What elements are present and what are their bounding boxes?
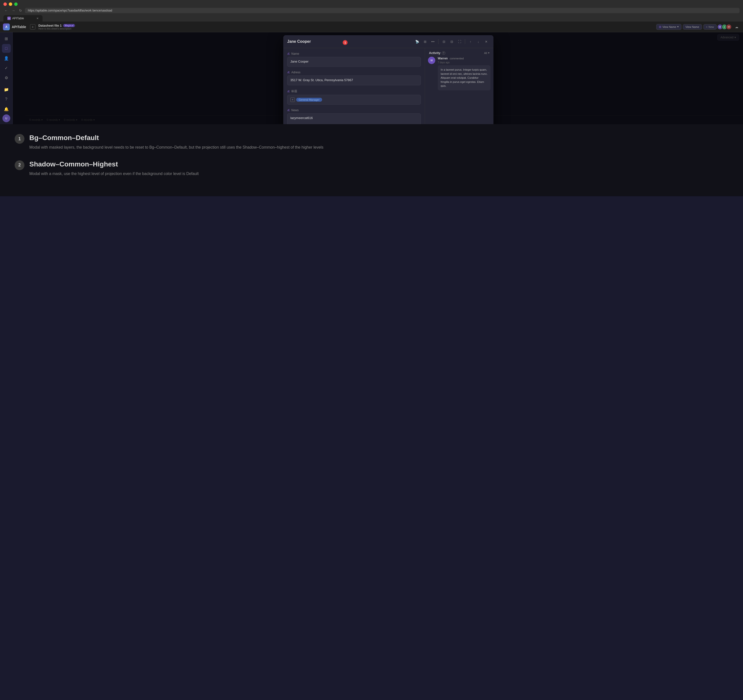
logo-icon: A xyxy=(3,24,10,30)
app-header: A APITable + Datasheet file 1 Magical He… xyxy=(0,22,743,32)
news-field-icon: Æ xyxy=(287,109,290,112)
new-label: New xyxy=(709,25,714,28)
record-modal: Jane Cooper 1 📡 ⊞ ••• ⊟ ⊟ ⛶ ↑ ↓ xyxy=(283,35,493,124)
datasheet-info: Datasheet file 1 Magical Here is this sh… xyxy=(38,24,75,30)
browser-nav: ← → ↻ https://apitable.com/space/spc7sas… xyxy=(3,8,740,13)
sidebar-item-settings[interactable]: ⚙ xyxy=(2,73,11,82)
logo-text: APITable xyxy=(12,25,26,29)
cloud-icon[interactable]: ☁ xyxy=(733,24,740,30)
maximize-traffic-dot[interactable] xyxy=(14,3,18,6)
close-modal-button[interactable]: ✕ xyxy=(483,38,490,45)
prev-record-button[interactable]: ↑ xyxy=(467,38,474,45)
activity-meta: Warren commented xyxy=(438,57,490,60)
sidebar-item-help[interactable]: ? xyxy=(2,95,11,104)
name-field-input[interactable]: Jane Cooper xyxy=(287,57,421,67)
activity-title: Activity ? xyxy=(429,51,445,55)
add-datasheet-button[interactable]: + xyxy=(30,24,36,30)
avatar-3: M xyxy=(726,24,732,30)
thumbnail-icon[interactable]: ⊟ xyxy=(448,38,455,45)
new-plus-icon: + xyxy=(706,25,707,28)
back-button[interactable]: ← xyxy=(3,8,9,13)
annotation-title-2: Shadow–Common–Highest xyxy=(29,160,728,168)
feed-icon[interactable]: 📡 xyxy=(414,38,420,45)
tags-field-group: Æ 标题 + General Manager xyxy=(287,89,421,105)
annotation-badge-2: 2 xyxy=(15,160,24,170)
grid-view-icon[interactable]: ⊞ xyxy=(422,38,428,45)
sidebar-item-contacts[interactable]: 👤 xyxy=(2,54,11,62)
view-icon-1: ⊞ xyxy=(659,25,662,29)
news-field-group: Æ News lazymeercat616 xyxy=(287,108,421,124)
activity-list: W Warren commented 7 days ago In a laore… xyxy=(425,57,493,124)
view-name-2-label: View Name xyxy=(685,25,699,28)
tab-close-button[interactable]: ✕ xyxy=(36,17,38,20)
view-chevron-1: ▾ xyxy=(677,25,679,28)
tab-label: APITable xyxy=(12,16,24,20)
activity-filter-label: All xyxy=(484,52,487,55)
modal-body: Æ Name Jane Cooper Æ Adress 3517 W. Gra xyxy=(283,48,493,124)
sidebar-item-tasks[interactable]: ✓ xyxy=(2,64,11,73)
minimize-traffic-dot[interactable] xyxy=(9,3,12,6)
view-name-1-button[interactable]: ⊞ View Name ▾ xyxy=(656,24,681,30)
fullscreen-icon[interactable]: ⛶ xyxy=(456,38,463,45)
activity-info-icon[interactable]: ? xyxy=(442,51,445,55)
annotation-desc-2: Modal with a mask, use the highest level… xyxy=(29,170,728,177)
activity-content: Warren commented 7 days ago In a laoreet… xyxy=(438,57,490,90)
address-field-input[interactable]: 3517 W. Gray St. Utica, Pennsylvania 578… xyxy=(287,75,421,85)
sidebar: ⊞ □ 👤 ✓ ⚙ 📁 ? 🔔 U xyxy=(0,32,13,124)
activity-item: W Warren commented 7 days ago In a laore… xyxy=(428,57,490,90)
name-field-group: Æ Name Jane Cooper xyxy=(287,52,421,67)
name-field-label: Æ Name xyxy=(287,52,421,55)
view-name-1-label: View Name xyxy=(662,25,676,28)
next-record-button[interactable]: ↓ xyxy=(475,38,482,45)
address-field-group: Æ Adress 3517 W. Gray St. Utica, Pennsyl… xyxy=(287,71,421,85)
tags-field-input[interactable]: + General Manager xyxy=(287,95,421,105)
browser-chrome: ← → ↻ https://apitable.com/space/spc7sas… xyxy=(0,0,743,22)
avatar-group: W J M xyxy=(719,24,732,30)
name-field-icon: Æ xyxy=(287,52,290,55)
datasheet-description: Here is this sheet's description xyxy=(38,27,75,30)
activity-user-avatar: W xyxy=(428,57,435,64)
app-logo: A APITable xyxy=(3,24,26,30)
main-content: Advanced ▾ Jane Cooper 1 📡 ⊞ ••• xyxy=(13,32,743,124)
more-options-button[interactable]: ••• xyxy=(429,38,436,45)
address-bar[interactable]: https://apitable.com/space/spc7sasdasfdf… xyxy=(25,8,740,13)
expand-panel-icon[interactable]: ⊟ xyxy=(440,38,447,45)
tab-favicon: A xyxy=(7,16,11,20)
user-avatar[interactable]: U xyxy=(3,114,10,122)
tags-field-label: Æ 标题 xyxy=(287,89,421,93)
view-name-2-button[interactable]: View Name xyxy=(683,24,702,30)
sidebar-item-notifications[interactable]: 🔔 xyxy=(2,105,11,113)
refresh-button[interactable]: ↻ xyxy=(18,8,23,13)
forward-button[interactable]: → xyxy=(11,8,16,13)
close-traffic-dot[interactable] xyxy=(3,3,7,6)
activity-filter-button[interactable]: All ▾ xyxy=(484,51,490,55)
sidebar-item-home[interactable]: ⊞ xyxy=(2,34,11,43)
sidebar-item-sheet[interactable]: □ xyxy=(2,44,11,53)
new-button[interactable]: + New xyxy=(703,24,716,30)
annotation-text-1: Bg–Common–Default Modal with masked laye… xyxy=(29,134,728,151)
annotation-desc-1: Modal with masked layers, the background… xyxy=(29,144,728,151)
news-field-label: Æ News xyxy=(287,108,421,112)
annotation-item-1: 1 Bg–Common–Default Modal with masked la… xyxy=(15,134,728,151)
tag-add-button[interactable]: + xyxy=(290,98,295,102)
browser-tab[interactable]: A APITable ✕ xyxy=(3,15,43,22)
address-field-icon: Æ xyxy=(287,71,290,74)
modal-annotation-badge-1: 1 xyxy=(343,40,348,45)
modal-title: Jane Cooper xyxy=(287,39,311,44)
annotation-badge-1: 1 xyxy=(15,134,24,144)
view-toolbar: ⊞ View Name ▾ View Name + New xyxy=(656,24,716,30)
sidebar-item-folder[interactable]: 📁 xyxy=(2,85,11,94)
traffic-lights xyxy=(3,3,740,6)
modal-header-actions: 📡 ⊞ ••• ⊟ ⊟ ⛶ ↑ ↓ ✕ xyxy=(414,38,490,45)
activity-username: Warren xyxy=(438,57,448,60)
annotation-title-1: Bg–Common–Default xyxy=(29,134,728,142)
app-shell: A APITable + Datasheet file 1 Magical He… xyxy=(0,22,743,124)
annotations-section: 1 Bg–Common–Default Modal with masked la… xyxy=(0,124,743,196)
activity-comment-text: In a laoreet purus. Integer turpis quam,… xyxy=(438,65,490,90)
activity-header: Activity ? All ▾ xyxy=(425,48,493,57)
tag-item: General Manager xyxy=(296,98,322,102)
magical-badge: Magical xyxy=(63,24,75,27)
header-center: Datasheet file 1 Magical Here is this sh… xyxy=(38,24,657,30)
activity-filter-chevron: ▾ xyxy=(488,51,490,55)
news-field-input[interactable]: lazymeercat616 xyxy=(287,113,421,124)
